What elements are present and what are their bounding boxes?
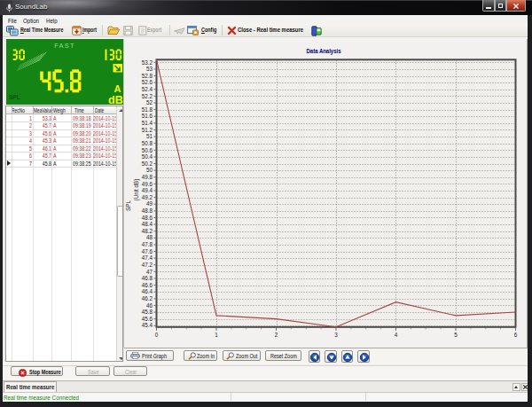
svg-text:51.2: 51.2 xyxy=(142,126,153,132)
svg-text:1: 1 xyxy=(215,331,218,337)
svg-text:52.6: 52.6 xyxy=(142,79,153,85)
svg-text:49.2: 49.2 xyxy=(142,193,153,200)
svg-text:46: 46 xyxy=(146,301,153,308)
svg-text:50: 50 xyxy=(146,167,153,173)
svg-text:49.6: 49.6 xyxy=(142,180,153,186)
svg-text:45.4: 45.4 xyxy=(142,322,153,328)
svg-text:53.2: 53.2 xyxy=(142,59,153,65)
svg-text:5: 5 xyxy=(454,331,458,337)
svg-text:47.6: 47.6 xyxy=(142,247,153,254)
svg-text:48: 48 xyxy=(146,234,153,240)
svg-text:52.8: 52.8 xyxy=(142,72,153,78)
svg-text:0: 0 xyxy=(155,331,159,337)
svg-text:(Unit dB): (Unit dB) xyxy=(133,178,140,200)
svg-text:53: 53 xyxy=(146,66,153,72)
svg-text:50.2: 50.2 xyxy=(142,160,153,166)
svg-text:A: A xyxy=(113,83,121,94)
svg-text:47.2: 47.2 xyxy=(142,262,153,268)
svg-text:47.4: 47.4 xyxy=(142,254,153,261)
svg-text:50.6: 50.6 xyxy=(142,146,153,153)
svg-text:47: 47 xyxy=(146,268,153,274)
svg-text:52.4: 52.4 xyxy=(142,86,153,92)
svg-text:6: 6 xyxy=(514,331,518,337)
svg-text:SPL: SPL xyxy=(9,93,20,99)
svg-text:51: 51 xyxy=(146,133,153,139)
svg-text:50.4: 50.4 xyxy=(142,153,153,160)
svg-text:49.8: 49.8 xyxy=(142,174,153,180)
svg-text:45.6: 45.6 xyxy=(142,316,153,322)
svg-text:47.8: 47.8 xyxy=(142,241,153,247)
svg-text:SPL: SPL xyxy=(125,200,131,210)
svg-text:Data Analysis: Data Analysis xyxy=(307,48,341,55)
svg-text:51.6: 51.6 xyxy=(142,113,153,119)
svg-text:2: 2 xyxy=(275,331,278,337)
svg-text:51.8: 51.8 xyxy=(142,106,153,112)
svg-text:FAST: FAST xyxy=(54,42,75,50)
svg-text:3: 3 xyxy=(334,331,338,337)
svg-text:48.2: 48.2 xyxy=(142,228,153,234)
svg-text:46.6: 46.6 xyxy=(142,281,153,287)
svg-text:52.2: 52.2 xyxy=(142,92,153,98)
svg-text:48.4: 48.4 xyxy=(142,221,153,227)
svg-text:4: 4 xyxy=(395,331,398,337)
svg-text:45.8: 45.8 xyxy=(142,309,153,315)
svg-text:50.8: 50.8 xyxy=(142,140,153,146)
svg-text:48.8: 48.8 xyxy=(142,207,153,214)
svg-text:46.8: 46.8 xyxy=(142,275,153,281)
svg-text:49.4: 49.4 xyxy=(142,187,153,193)
svg-text:49: 49 xyxy=(146,200,153,207)
svg-text:46.2: 46.2 xyxy=(142,295,153,301)
svg-text:46.4: 46.4 xyxy=(142,288,153,294)
svg-text:52: 52 xyxy=(146,99,153,106)
svg-text:51.4: 51.4 xyxy=(142,120,153,126)
svg-text:dB: dB xyxy=(108,94,123,105)
svg-text:48.6: 48.6 xyxy=(142,214,153,220)
